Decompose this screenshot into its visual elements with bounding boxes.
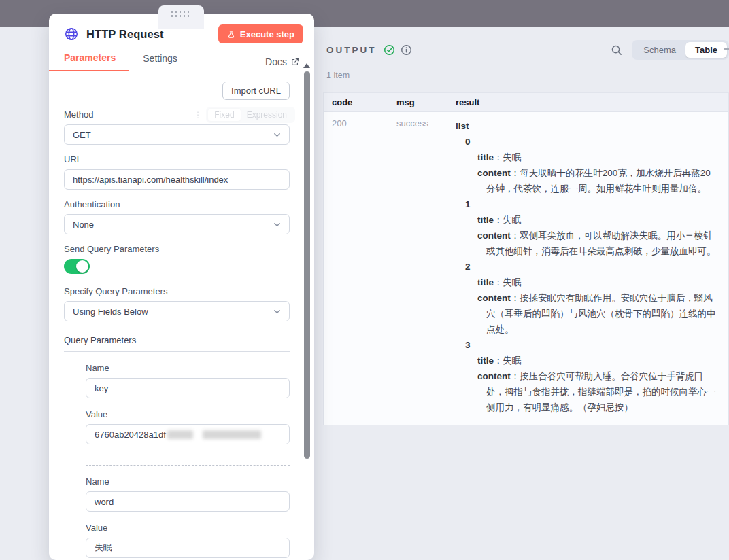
value-label: Value bbox=[86, 523, 290, 533]
method-label: Method ⋮ Fixed Expression bbox=[64, 109, 290, 120]
query-parameter-item: Name word Value 失眠 bbox=[86, 476, 290, 558]
specify-query-parameters-select[interactable]: Using Fields Below bbox=[64, 301, 290, 321]
execute-step-button[interactable]: Execute step bbox=[218, 24, 303, 43]
table-row[interactable]: 200 success list 0 title：失眠 content：每天取晒… bbox=[324, 111, 729, 425]
result-entry-content: content：每天取晒干的花生叶200克，加水烧开后再熬20分钟，代茶饮，连服… bbox=[477, 165, 717, 196]
send-query-parameters-label: Send Query Parameters bbox=[64, 244, 290, 254]
panel-drag-handle[interactable] bbox=[158, 5, 204, 29]
search-icon[interactable] bbox=[611, 44, 622, 56]
redacted-blur bbox=[167, 430, 193, 439]
http-request-node-panel: HTTP Request Execute step Parameters Set… bbox=[49, 14, 314, 560]
param-value-input[interactable]: 失眠 bbox=[86, 538, 290, 558]
output-title: OUTPUT bbox=[326, 45, 377, 55]
param-divider bbox=[86, 465, 290, 466]
result-entry-title: title：失眠 bbox=[477, 212, 717, 228]
scrollbar-up-arrow[interactable] bbox=[303, 63, 310, 68]
authentication-select[interactable]: None bbox=[64, 214, 290, 234]
chevron-down-icon bbox=[273, 131, 281, 139]
name-label: Name bbox=[86, 476, 290, 487]
chevron-down-icon bbox=[273, 221, 281, 228]
fixed-pill: Fixed bbox=[208, 109, 240, 121]
scrollbar-thumb[interactable] bbox=[304, 71, 310, 459]
table-header-row: code msg result bbox=[324, 93, 729, 111]
cell-msg: success bbox=[388, 112, 447, 425]
column-header-code[interactable]: code bbox=[324, 93, 388, 111]
redacted-blur bbox=[203, 430, 261, 439]
url-input[interactable]: https://apis.tianapi.com/healthskill/ind… bbox=[64, 169, 290, 190]
success-check-icon bbox=[384, 44, 395, 56]
result-entry-title: title：失眠 bbox=[477, 275, 717, 290]
docs-link[interactable]: Docs bbox=[265, 56, 299, 67]
flask-icon bbox=[227, 30, 235, 39]
column-header-msg[interactable]: msg bbox=[388, 93, 447, 111]
kebab-menu-icon: ⋮ bbox=[194, 110, 203, 120]
view-schema-button[interactable]: Schema bbox=[634, 42, 685, 58]
import-curl-button[interactable]: Import cURL bbox=[222, 82, 290, 100]
result-entry-title: title：失眠 bbox=[477, 353, 717, 368]
items-count: 1 item bbox=[326, 71, 350, 80]
output-header: OUTPUT Schema Table bbox=[326, 39, 729, 60]
cell-code: 200 bbox=[324, 112, 388, 425]
result-entry-index: 2 bbox=[465, 259, 717, 275]
url-label: URL bbox=[64, 154, 290, 164]
node-tabs: Parameters Settings Docs bbox=[49, 52, 314, 71]
node-title: HTTP Request bbox=[86, 28, 164, 41]
info-icon[interactable] bbox=[401, 44, 412, 56]
name-label: Name bbox=[86, 363, 290, 373]
view-table-button[interactable]: Table bbox=[685, 42, 727, 58]
result-entry-index: 1 bbox=[465, 196, 717, 212]
result-entry-content: content：双侧耳尖放血，可以帮助解决失眠。用小三棱针或其他细针，消毒后在耳… bbox=[477, 228, 717, 259]
view-toggle: Schema Table bbox=[632, 40, 729, 60]
send-query-parameters-toggle[interactable] bbox=[64, 259, 90, 274]
cell-result: list 0 title：失眠 content：每天取晒干的花生叶200克，加水… bbox=[447, 112, 729, 425]
query-parameter-item: Name key Value 6760ab20428a1df bbox=[86, 363, 290, 444]
parameters-form: Import cURL Method ⋮ Fixed Expression GE… bbox=[49, 71, 314, 560]
external-link-icon bbox=[291, 58, 299, 66]
result-entry-content: content：按揉安眠穴有助眠作用。安眠穴位于脑后，翳风穴（耳垂后的凹陷）与风… bbox=[477, 290, 717, 337]
overflow-control-partial bbox=[724, 48, 729, 50]
toggle-knob bbox=[76, 260, 88, 273]
result-entry-title: title：失眠 bbox=[477, 150, 717, 165]
authentication-label: Authentication bbox=[64, 199, 290, 209]
specify-query-parameters-label: Specify Query Parameters bbox=[64, 286, 290, 296]
param-value-input[interactable]: 6760ab20428a1df bbox=[86, 424, 290, 444]
result-entry-index: 0 bbox=[465, 134, 717, 150]
result-entry-content: content：按压合谷穴可帮助入睡。合谷穴位于手背虎口处，拇指与食指并拢，指缝… bbox=[477, 368, 717, 415]
workflow-editor: HTTP Request Execute step Parameters Set… bbox=[0, 0, 729, 560]
query-parameters-section-label: Query Parameters bbox=[64, 335, 290, 352]
output-table: code msg result 200 success list 0 title… bbox=[323, 92, 729, 425]
param-name-input[interactable]: key bbox=[86, 378, 290, 398]
tab-settings[interactable]: Settings bbox=[143, 53, 177, 71]
tab-parameters[interactable]: Parameters bbox=[49, 52, 129, 71]
method-select[interactable]: GET bbox=[64, 124, 290, 145]
drag-handle-dots-icon bbox=[171, 11, 192, 19]
result-root-label: list bbox=[456, 118, 717, 134]
chevron-down-icon bbox=[273, 308, 281, 315]
value-label: Value bbox=[86, 409, 290, 419]
globe-icon bbox=[64, 27, 79, 41]
param-name-input[interactable]: word bbox=[86, 491, 290, 512]
column-header-result[interactable]: result bbox=[447, 93, 729, 111]
expression-pill: Expression bbox=[241, 109, 293, 121]
fixed-expression-toggle: ⋮ Fixed Expression bbox=[194, 107, 295, 123]
result-entry-index: 3 bbox=[465, 337, 717, 353]
